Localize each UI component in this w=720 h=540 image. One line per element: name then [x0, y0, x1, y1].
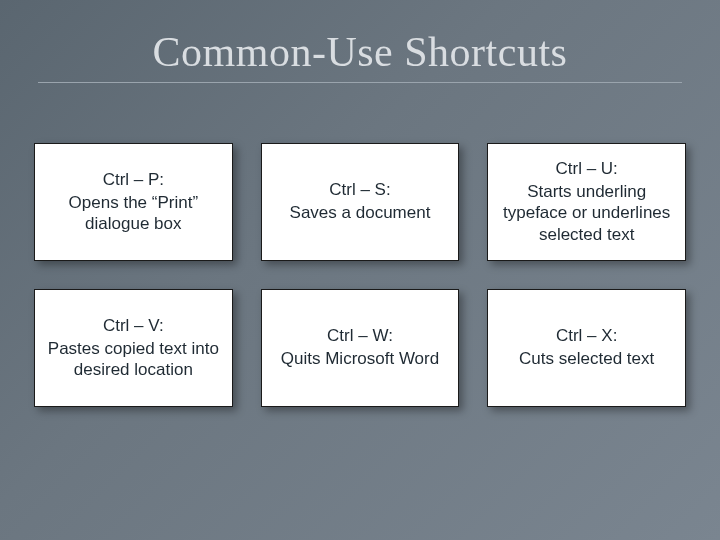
shortcut-card: Ctrl – V: Pastes copied text into desire… — [34, 289, 233, 407]
shortcut-card: Ctrl – P: Opens the “Print” dialogue box — [34, 143, 233, 261]
shortcut-key: Ctrl – V: — [103, 316, 164, 336]
shortcut-key: Ctrl – P: — [103, 170, 164, 190]
shortcut-desc: Pastes copied text into desired location — [45, 338, 222, 381]
shortcut-grid: Ctrl – P: Opens the “Print” dialogue box… — [0, 113, 720, 407]
shortcut-desc: Saves a document — [290, 202, 431, 223]
shortcut-key: Ctrl – S: — [329, 180, 390, 200]
slide: Common-Use Shortcuts Ctrl – P: Opens the… — [0, 0, 720, 540]
shortcut-card: Ctrl – X: Cuts selected text — [487, 289, 686, 407]
shortcut-card: Ctrl – U: Starts underling typeface or u… — [487, 143, 686, 261]
shortcut-card: Ctrl – S: Saves a document — [261, 143, 460, 261]
page-title: Common-Use Shortcuts — [0, 0, 720, 82]
shortcut-desc: Cuts selected text — [519, 348, 654, 369]
shortcut-key: Ctrl – W: — [327, 326, 393, 346]
shortcut-key: Ctrl – X: — [556, 326, 617, 346]
shortcut-desc: Quits Microsoft Word — [281, 348, 439, 369]
shortcut-key: Ctrl – U: — [555, 159, 617, 179]
shortcut-desc: Starts underling typeface or underlines … — [498, 181, 675, 245]
shortcut-card: Ctrl – W: Quits Microsoft Word — [261, 289, 460, 407]
shortcut-desc: Opens the “Print” dialogue box — [45, 192, 222, 235]
title-divider — [38, 82, 682, 83]
